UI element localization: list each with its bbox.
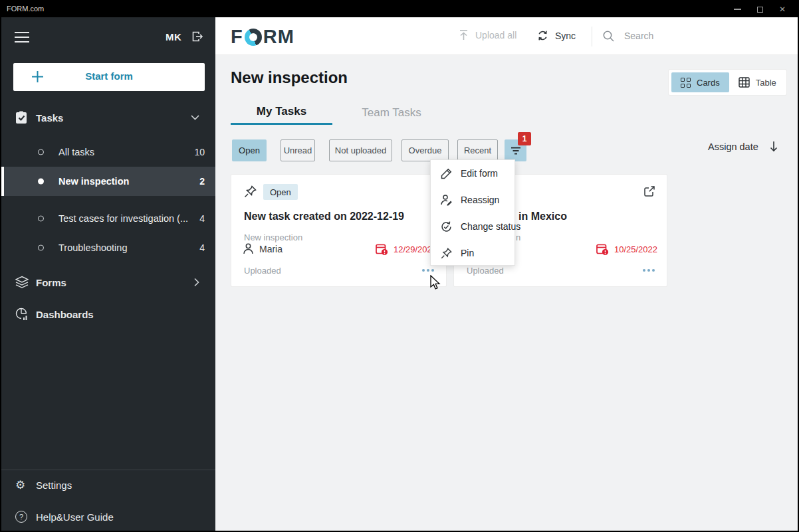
form-logo: F RM: [231, 26, 294, 48]
title-bar: FORM.com ✕: [1, 1, 798, 17]
person-icon: [242, 242, 255, 255]
filter-chip-open[interactable]: Open: [232, 139, 267, 161]
filter-chip-unread[interactable]: Unread: [281, 139, 315, 161]
calendar-overdue-icon: [596, 242, 610, 256]
minimize-icon: [734, 9, 741, 10]
sidebar-item-settings[interactable]: ⚙ Settings: [1, 470, 215, 499]
filled-bullet-icon: [38, 179, 44, 185]
sidebar-section-tasks[interactable]: Tasks: [1, 108, 215, 128]
sidebar: MK Start form Tasks All tasks 10: [1, 17, 215, 531]
content-area: New inspection Cards Table My Tasks Team…: [215, 55, 798, 531]
sidebar-section-dashboards[interactable]: Dashboards: [1, 300, 215, 329]
circle-bullet-icon: [38, 245, 44, 251]
tasks-clipboard-icon: [15, 111, 27, 124]
tab-team-tasks[interactable]: Team Tasks: [332, 100, 451, 125]
card-upload-status: Uploaded: [467, 266, 504, 276]
card-upload-status: Uploaded: [244, 266, 281, 276]
external-link-icon[interactable]: [643, 185, 656, 198]
avatar[interactable]: MK: [166, 31, 181, 43]
card-context-menu: Edit form Reassign Change status: [430, 159, 515, 266]
upload-icon: [458, 29, 469, 41]
sync-icon: [536, 29, 549, 42]
filter-chip-overdue[interactable]: Overdue: [401, 139, 449, 161]
task-count-badge: 4: [199, 242, 205, 253]
card-due-date: 12/29/2022: [375, 242, 437, 256]
filter-chip-not-uploaded[interactable]: Not uploaded: [329, 139, 392, 161]
layers-icon: [15, 276, 29, 289]
upload-all-button[interactable]: Upload all: [458, 29, 516, 41]
close-button[interactable]: ✕: [772, 1, 792, 17]
pin-icon: [440, 247, 453, 260]
more-actions-icon[interactable]: [422, 269, 434, 272]
filter-icon: [511, 146, 521, 155]
minimize-button[interactable]: [727, 1, 747, 17]
sync-button[interactable]: Sync: [536, 29, 576, 42]
maximize-icon: [757, 7, 763, 13]
pie-chart-icon: [15, 308, 29, 321]
card-due-date: 10/25/2022: [596, 242, 657, 256]
cards-view-button[interactable]: Cards: [671, 72, 729, 92]
sidebar-item-troubleshooting[interactable]: Troubleshooting 4: [1, 233, 215, 262]
task-count-badge: 4: [199, 213, 205, 224]
search-icon: [602, 30, 615, 43]
gear-icon: ⚙: [15, 478, 25, 491]
cards-grid-icon: [681, 78, 691, 88]
chevron-down-icon: [191, 115, 199, 120]
card-form-name-fragment: n: [516, 232, 520, 242]
status-refresh-icon: [440, 221, 453, 233]
more-actions-icon[interactable]: [643, 269, 655, 272]
help-icon: ?: [15, 511, 27, 523]
page-title: New inspection: [231, 68, 348, 87]
app-header: F RM Upload all Sync: [215, 17, 798, 55]
menu-item-reassign[interactable]: Reassign: [431, 187, 514, 213]
task-card[interactable]: Open New task created on 2022-12-19 New …: [231, 174, 447, 287]
search-input[interactable]: [624, 27, 770, 45]
app-window: FORM.com ✕ MK Start form Tasks: [0, 0, 799, 532]
search-bar: [602, 27, 770, 45]
status-badge: Open: [263, 184, 298, 200]
task-count-badge: 2: [199, 176, 205, 187]
card-title-fragment: in Mexico: [518, 211, 567, 222]
card-title: New task created on 2022-12-19: [244, 211, 404, 222]
sidebar-item-test-cases[interactable]: Test cases for investigation (... 4: [1, 204, 215, 233]
card-form-name: New inspection: [244, 232, 302, 242]
menu-item-pin[interactable]: Pin: [431, 240, 514, 266]
person-edit-icon: [440, 194, 453, 207]
maximize-button[interactable]: [750, 1, 770, 17]
sidebar-section-forms[interactable]: Forms: [1, 268, 215, 297]
hamburger-menu-icon[interactable]: [15, 32, 29, 43]
main-panel: F RM Upload all Sync: [215, 17, 798, 531]
circle-bullet-icon: [38, 216, 44, 222]
sort-control[interactable]: Assign date: [708, 141, 778, 152]
pencil-icon: [440, 167, 453, 180]
task-count-badge: 10: [194, 147, 205, 157]
window-title: FORM.com: [7, 5, 44, 13]
circle-bullet-icon: [38, 149, 44, 155]
logo-o-icon: [245, 29, 262, 46]
view-toggle: Cards Table: [669, 70, 786, 95]
menu-item-edit-form[interactable]: Edit form: [431, 160, 514, 187]
tab-my-tasks[interactable]: My Tasks: [231, 100, 332, 125]
calendar-overdue-icon: [375, 242, 389, 256]
sidebar-item-new-inspection[interactable]: New inspection 2: [1, 167, 215, 196]
sort-descending-icon: [769, 141, 778, 152]
sidebar-item-help[interactable]: ? Help&User Guide: [1, 502, 215, 531]
card-assignee: Maria: [242, 242, 283, 255]
header-divider: [592, 27, 592, 46]
start-form-button[interactable]: Start form: [13, 63, 205, 91]
menu-item-change-status[interactable]: Change status: [431, 213, 514, 240]
filter-chip-recent[interactable]: Recent: [457, 139, 498, 161]
filter-count-badge: 1: [518, 132, 531, 145]
sidebar-item-all-tasks[interactable]: All tasks 10: [1, 137, 215, 167]
sign-out-icon[interactable]: [191, 30, 204, 43]
table-view-button[interactable]: Table: [729, 72, 786, 92]
pin-icon[interactable]: [243, 185, 257, 199]
chevron-right-icon: [194, 278, 199, 287]
table-icon: [739, 77, 750, 88]
